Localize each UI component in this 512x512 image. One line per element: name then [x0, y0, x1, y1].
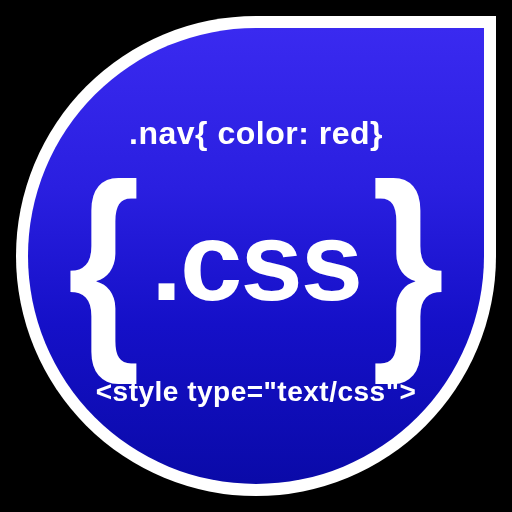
bottom-code-snippet: <style type="text/css"> — [96, 376, 417, 408]
brace-left-icon: { — [68, 174, 141, 350]
css-extension-label: .css — [151, 206, 361, 318]
badge-body: .nav{ color: red} { .css } <style type="… — [28, 28, 484, 484]
center-row: { .css } — [61, 174, 450, 350]
top-code-snippet: .nav{ color: red} — [129, 115, 383, 152]
css-badge: .nav{ color: red} { .css } <style type="… — [16, 16, 496, 496]
brace-right-icon: } — [371, 174, 444, 350]
